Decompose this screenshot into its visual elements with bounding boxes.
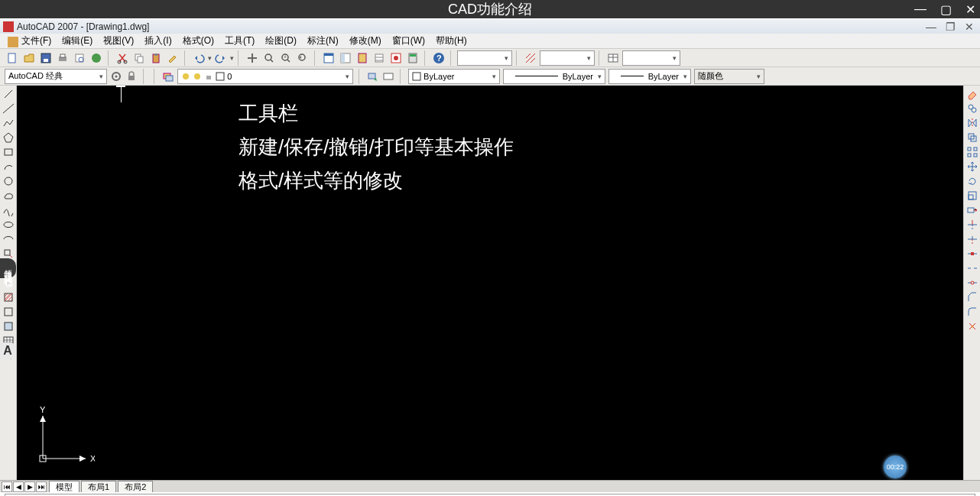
zoom-previous-button[interactable] (295, 50, 310, 66)
open-button[interactable] (21, 50, 37, 66)
zoom-realtime-button[interactable] (261, 50, 277, 66)
menu-view[interactable]: 视图(V) (99, 34, 138, 48)
overlay-maximize-button[interactable]: ▢ (940, 2, 952, 17)
lineweight-dropdown[interactable]: ByLayer ▾ (608, 69, 691, 84)
tab-nav-prev[interactable]: ◀ (13, 481, 24, 492)
linetype-dropdown[interactable]: ByLayer ▾ (503, 69, 605, 84)
menu-format[interactable]: 格式(O) (178, 34, 219, 48)
tab-nav-first[interactable]: ⏮ (2, 481, 12, 492)
offset-tool[interactable] (965, 131, 979, 144)
zoom-window-button[interactable]: + (278, 50, 294, 66)
menu-draw[interactable]: 绘图(D) (261, 34, 301, 48)
tool-palettes-button[interactable] (355, 50, 370, 66)
workspace-dropdown[interactable]: AutoCAD 经典 ▾ (5, 69, 107, 84)
fillet-tool[interactable] (965, 305, 979, 319)
menu-insert[interactable]: 插入(I) (140, 34, 176, 48)
layer-previous-button[interactable] (367, 70, 379, 83)
layer-states-button[interactable] (382, 70, 394, 83)
menu-modify[interactable]: 修改(M) (345, 34, 386, 48)
spline-tool[interactable] (2, 203, 15, 217)
menu-window[interactable]: 窗口(W) (388, 34, 430, 48)
print-preview-button[interactable] (72, 50, 87, 66)
menu-edit[interactable]: 编辑(E) (57, 34, 97, 48)
menu-help[interactable]: 帮助(H) (431, 34, 472, 48)
copy-button[interactable] (131, 50, 147, 66)
chamfer-tool[interactable] (965, 290, 979, 304)
arc-tool[interactable] (2, 160, 15, 173)
revision-cloud-tool[interactable] (2, 189, 15, 203)
explode-tool[interactable] (965, 319, 979, 333)
quick-calc-button[interactable] (405, 50, 420, 66)
tab-layout2[interactable]: 布局2 (118, 481, 153, 492)
style-dropdown-3[interactable]: ▾ (622, 50, 680, 66)
tab-nav-next[interactable]: ▶ (24, 481, 35, 492)
sheet-set-button[interactable] (372, 50, 387, 66)
redo-button[interactable] (213, 50, 229, 66)
region-tool[interactable] (2, 319, 15, 333)
undo-dropdown[interactable]: ▾ (208, 54, 212, 62)
line-tool[interactable] (2, 87, 15, 101)
layer-properties-button[interactable] (162, 70, 174, 83)
trim-tool[interactable] (965, 218, 979, 232)
plotstyle-dropdown[interactable]: 随颜色 ▾ (694, 69, 764, 84)
new-button[interactable] (5, 50, 20, 66)
erase-tool[interactable] (965, 87, 979, 101)
markup-button[interactable] (388, 50, 404, 66)
ellipse-tool[interactable] (2, 218, 15, 232)
ellipse-arc-tool[interactable] (2, 232, 15, 246)
match-properties-button[interactable] (165, 50, 180, 66)
hatch-tool[interactable] (2, 290, 15, 304)
menu-tools[interactable]: 工具(T) (220, 34, 259, 48)
text-style-side-badge[interactable]: A (0, 342, 16, 359)
extend-tool[interactable] (965, 232, 979, 246)
color-dropdown[interactable]: ByLayer ▾ (408, 69, 500, 84)
array-tool[interactable] (965, 145, 979, 159)
designcenter-button[interactable] (338, 50, 353, 66)
tab-nav-last[interactable]: ⏭ (36, 481, 47, 492)
undo-button[interactable] (191, 50, 206, 66)
doc-minimize-button[interactable]: — (926, 21, 936, 33)
video-overlay-bar: CAD功能介绍 — ▢ ✕ (0, 0, 980, 18)
layer-dropdown[interactable]: 0 ▾ (177, 69, 353, 84)
overlay-minimize-button[interactable]: — (914, 2, 926, 16)
style-dropdown-2[interactable]: ▾ (540, 50, 595, 66)
construction-line-tool[interactable] (2, 102, 15, 115)
promo-side-badge[interactable]: 领腾讯视频礼包 (0, 258, 16, 278)
mirror-tool[interactable] (965, 116, 979, 130)
stretch-tool[interactable] (965, 203, 979, 217)
help-button[interactable]: ? (431, 50, 446, 66)
workspace-settings-button[interactable] (110, 70, 122, 83)
properties-button[interactable] (321, 50, 336, 66)
redo-dropdown[interactable]: ▾ (230, 54, 234, 62)
doc-close-button[interactable]: ✕ (965, 21, 974, 33)
join-tool[interactable] (965, 276, 979, 290)
gradient-tool[interactable] (2, 305, 15, 319)
menu-dimension[interactable]: 标注(N) (303, 34, 343, 48)
print-button[interactable] (55, 50, 70, 66)
table-style-button[interactable] (605, 50, 621, 66)
pan-button[interactable] (245, 50, 260, 66)
polyline-tool[interactable] (2, 116, 15, 130)
circle-tool[interactable] (2, 174, 15, 188)
save-button[interactable] (38, 50, 54, 66)
publish-button[interactable] (89, 50, 104, 66)
move-tool[interactable] (965, 160, 979, 173)
rectangle-tool[interactable] (2, 145, 15, 159)
tab-layout1[interactable]: 布局1 (81, 481, 116, 492)
break-tool[interactable] (965, 261, 979, 275)
break-at-point-tool[interactable] (965, 247, 979, 261)
menu-file[interactable]: 文件(F) (17, 34, 56, 48)
doc-restore-button[interactable]: ❐ (946, 21, 956, 33)
scale-tool[interactable] (965, 189, 979, 203)
workspace-lock-button[interactable] (125, 70, 138, 83)
hatch-icon[interactable] (523, 50, 538, 66)
copy-tool[interactable] (965, 102, 979, 115)
overlay-close-button[interactable]: ✕ (965, 2, 975, 17)
tab-model[interactable]: 模型 (49, 481, 80, 492)
rotate-tool[interactable] (965, 174, 979, 188)
style-dropdown-1[interactable]: ▾ (457, 50, 512, 66)
cut-button[interactable] (115, 50, 130, 66)
drawing-canvas[interactable]: 工具栏 新建/保存/撤销/打印等基本操作 格式/样式等的修改 Y X 00:22 (17, 86, 963, 480)
paste-button[interactable] (148, 50, 164, 66)
polygon-tool[interactable] (2, 131, 15, 144)
